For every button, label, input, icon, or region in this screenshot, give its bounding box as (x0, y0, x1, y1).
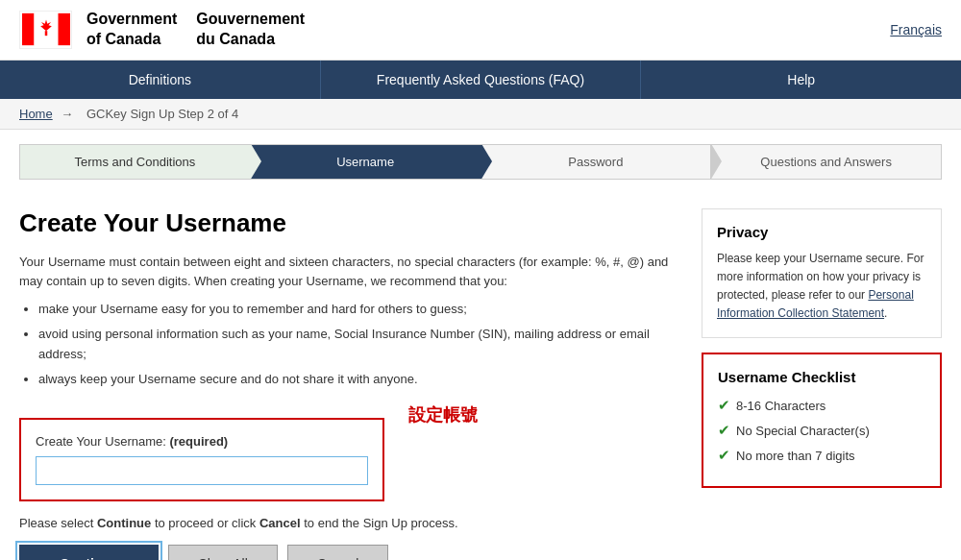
header: Government of Canada Gouvernement du Can… (0, 0, 961, 61)
gov-title: Government of Canada Gouvernement du Can… (86, 10, 305, 50)
username-input[interactable] (36, 456, 368, 485)
button-row: Continue Clear All Cancel (19, 545, 682, 560)
check-icon-2: ✔ (718, 422, 730, 439)
required-label: (required) (169, 434, 228, 449)
privacy-box: Privacy Please keep your Username secure… (702, 208, 942, 339)
navbar: Definitions Frequently Asked Questions (… (0, 61, 961, 99)
username-label: Create Your Username: (required) (36, 434, 368, 449)
svg-rect-3 (44, 31, 47, 36)
step-terms[interactable]: Terms and Conditions (20, 145, 251, 179)
check-icon-3: ✔ (718, 447, 730, 464)
sidebar: Privacy Please keep your Username secure… (702, 208, 942, 560)
breadcrumb: Home → GCKey Sign Up Step 2 of 4 (0, 99, 961, 130)
checklist-box: Username Checklist ✔ 8-16 Characters ✔ N… (702, 353, 942, 488)
main-content: Create Your Username Your Username must … (0, 199, 961, 560)
breadcrumb-home[interactable]: Home (19, 107, 53, 121)
nav-help[interactable]: Help (641, 61, 961, 99)
check-icon-1: ✔ (718, 397, 730, 414)
bullet-2: avoid using personal information such as… (38, 325, 682, 365)
step-username[interactable]: Username (251, 145, 481, 179)
checklist-item-2: ✔ No Special Character(s) (718, 422, 925, 439)
gov-title-fr: Gouvernement du Canada (196, 10, 305, 50)
privacy-text: Please keep your Username secure. For mo… (717, 250, 926, 324)
language-switcher[interactable]: Français (890, 22, 942, 37)
form-hint: Please select Continue to proceed or cli… (19, 516, 682, 530)
nav-definitions[interactable]: Definitions (0, 61, 321, 99)
svg-rect-2 (58, 13, 70, 45)
svg-rect-0 (22, 13, 35, 45)
checklist-item-1: ✔ 8-16 Characters (718, 397, 925, 414)
bullet-list: make your Username easy for you to remem… (38, 300, 682, 389)
cancel-hint: Cancel (259, 516, 301, 530)
chinese-annotation: 設定帳號 (408, 403, 478, 426)
steps-nav: Terms and Conditions Username Password Q… (19, 144, 942, 180)
breadcrumb-arrow: → (61, 107, 73, 121)
header-left: Government of Canada Gouvernement du Can… (19, 10, 305, 50)
bullet-3: always keep your Username secure and do … (38, 370, 682, 390)
bullet-1: make your Username easy for you to remem… (38, 300, 682, 320)
gov-title-en: Government of Canada (86, 10, 177, 50)
privacy-title: Privacy (717, 224, 926, 240)
checklist-title: Username Checklist (718, 369, 925, 385)
step-password[interactable]: Password (481, 145, 712, 179)
checklist-item-3: ✔ No more than 7 digits (718, 447, 925, 464)
nav-faq[interactable]: Frequently Asked Questions (FAQ) (321, 61, 642, 99)
canada-flag (19, 11, 72, 49)
cancel-button[interactable]: Cancel (287, 545, 389, 560)
continue-hint: Continue (97, 516, 151, 530)
breadcrumb-path: GCKey Sign Up Step 2 of 4 (86, 107, 238, 121)
francais-link[interactable]: Français (890, 22, 942, 37)
step-questions[interactable]: Questions and Answers (711, 145, 941, 179)
continue-button[interactable]: Continue (19, 545, 159, 560)
content-area: Create Your Username Your Username must … (19, 208, 682, 560)
username-form-box: Create Your Username: (required) (19, 418, 384, 501)
page-title: Create Your Username (19, 208, 682, 238)
clear-button[interactable]: Clear All (168, 545, 278, 560)
description-intro: Your Username must contain between eight… (19, 253, 682, 390)
